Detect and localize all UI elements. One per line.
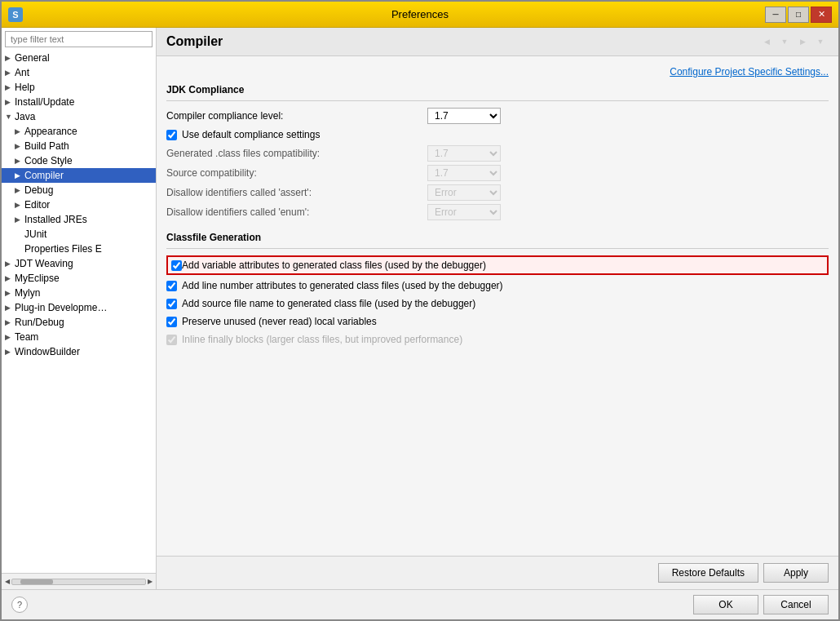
use-default-checkbox[interactable] xyxy=(166,130,177,140)
sidebar-item-mylyn[interactable]: ▶ Mylyn xyxy=(2,286,156,300)
sidebar-item-installed-jres[interactable]: ▶ Installed JREs xyxy=(2,212,156,227)
compliance-level-select[interactable]: 1.7 1.6 1.5 xyxy=(427,108,501,124)
preserve-unused-row: Preserve unused (never read) local varia… xyxy=(166,314,829,329)
compliance-level-label: Compiler compliance level: xyxy=(166,110,427,122)
sidebar-item-junit[interactable]: JUnit xyxy=(2,227,156,242)
sidebar-item-debug[interactable]: ▶ Debug xyxy=(2,183,156,197)
preferences-window: S Preferences ─ □ ✕ ▶ General ▶ Ant xyxy=(0,0,840,621)
sidebar-item-label: Debug xyxy=(24,184,153,196)
expand-arrow: ▶ xyxy=(5,348,15,356)
expand-arrow: ▶ xyxy=(5,289,15,297)
main-panel: Compiler ◀ ▼ ▶ ▼ Configure Project Speci… xyxy=(157,28,838,589)
close-button[interactable]: ✕ xyxy=(811,7,832,23)
disallow-enum-select[interactable]: Error xyxy=(427,204,501,220)
panel-content: Configure Project Specific Settings... J… xyxy=(157,56,838,556)
scrollbar-track[interactable] xyxy=(11,579,146,585)
sidebar-item-run-debug[interactable]: ▶ Run/Debug xyxy=(2,315,156,330)
sidebar-item-general[interactable]: ▶ General xyxy=(2,51,156,65)
minimize-button[interactable]: ─ xyxy=(765,7,786,23)
sidebar-item-label: Appearance xyxy=(24,126,153,137)
nav-forward-button[interactable]: ▶ xyxy=(794,34,811,49)
sidebar-item-appearance[interactable]: ▶ Appearance xyxy=(2,124,156,139)
sidebar-item-label: Mylyn xyxy=(15,287,153,299)
apply-button[interactable]: Apply xyxy=(763,563,829,583)
sidebar-item-label: Build Path xyxy=(24,140,153,152)
sidebar-item-windowbuilder[interactable]: ▶ WindowBuilder xyxy=(2,344,156,359)
nav-back-button[interactable]: ◀ xyxy=(758,34,775,49)
source-compat-select[interactable]: 1.7 xyxy=(427,165,501,181)
restore-defaults-button[interactable]: Restore Defaults xyxy=(658,563,758,583)
add-source-file-row: Add source file name to generated class … xyxy=(166,296,829,311)
sidebar-item-label: WindowBuilder xyxy=(15,346,153,357)
add-line-number-row: Add line number attributes to generated … xyxy=(166,278,829,293)
add-source-file-checkbox[interactable] xyxy=(166,299,177,309)
scroll-right-arrow[interactable]: ▶ xyxy=(148,578,153,585)
restore-button[interactable]: □ xyxy=(788,7,809,23)
panel-header: Compiler ◀ ▼ ▶ ▼ xyxy=(157,28,838,56)
sidebar-item-team[interactable]: ▶ Team xyxy=(2,330,156,344)
sidebar-item-label: JDT Weaving xyxy=(15,258,153,269)
disallow-enum-label: Disallow identifiers called 'enum': xyxy=(166,206,427,218)
sidebar-item-help[interactable]: ▶ Help xyxy=(2,80,156,95)
configure-project-settings-link[interactable]: Configure Project Specific Settings... xyxy=(166,66,829,78)
window-title: Preferences xyxy=(391,8,449,20)
nav-back-dropdown[interactable]: ▼ xyxy=(776,34,793,49)
search-input[interactable] xyxy=(5,31,153,47)
jdk-section-header: JDK Compliance xyxy=(166,84,829,95)
sidebar-item-label: Compiler xyxy=(24,170,153,181)
add-line-number-label: Add line number attributes to generated … xyxy=(182,280,503,291)
expand-arrow: ▶ xyxy=(15,215,24,224)
nav-forward-dropdown[interactable]: ▼ xyxy=(812,34,829,49)
sidebar-item-compiler[interactable]: ▶ Compiler xyxy=(2,168,156,183)
sidebar: ▶ General ▶ Ant ▶ Help ▶ Install/Update … xyxy=(2,28,157,589)
preserve-unused-label: Preserve unused (never read) local varia… xyxy=(182,316,377,327)
disallow-enum-row: Disallow identifiers called 'enum': Erro… xyxy=(166,204,829,220)
preserve-unused-checkbox[interactable] xyxy=(166,317,177,327)
sidebar-item-ant[interactable]: ▶ Ant xyxy=(2,65,156,80)
expand-arrow: ▶ xyxy=(5,318,15,326)
sidebar-item-plugin-development[interactable]: ▶ Plug-in Developme… xyxy=(2,300,156,315)
generated-class-label: Generated .class files compatibility: xyxy=(166,148,427,159)
help-icon[interactable]: ? xyxy=(11,597,28,613)
expand-arrow: ▶ xyxy=(15,157,24,165)
add-variable-attrs-checkbox[interactable] xyxy=(171,260,182,271)
sidebar-item-install-update[interactable]: ▶ Install/Update xyxy=(2,95,156,109)
sidebar-item-jdt-weaving[interactable]: ▶ JDT Weaving xyxy=(2,256,156,271)
expand-arrow: ▶ xyxy=(5,69,15,77)
inline-finally-checkbox[interactable] xyxy=(166,335,177,345)
sidebar-item-label: Install/Update xyxy=(15,96,153,108)
sidebar-item-java[interactable]: ▼ Java xyxy=(2,109,156,124)
sidebar-item-editor[interactable]: ▶ Editor xyxy=(2,197,156,212)
sidebar-item-label: MyEclipse xyxy=(15,273,153,284)
expand-arrow: ▶ xyxy=(5,98,15,106)
panel-nav: ◀ ▼ ▶ ▼ xyxy=(758,34,829,49)
expand-arrow: ▶ xyxy=(15,142,24,150)
sidebar-item-label: Run/Debug xyxy=(15,317,153,328)
expand-arrow: ▶ xyxy=(15,127,24,135)
action-bar: ? OK Cancel xyxy=(2,589,838,619)
ok-button[interactable]: OK xyxy=(693,595,758,614)
sidebar-item-code-style[interactable]: ▶ Code Style xyxy=(2,153,156,168)
use-default-label: Use default compliance settings xyxy=(182,129,320,140)
sidebar-item-properties-files[interactable]: Properties Files E xyxy=(2,242,156,256)
sidebar-item-label: Help xyxy=(15,82,153,93)
expand-arrow: ▼ xyxy=(5,113,15,121)
inline-finally-row: Inline finally blocks (larger class file… xyxy=(166,332,829,347)
sidebar-item-myeclipse[interactable]: ▶ MyEclipse xyxy=(2,271,156,286)
restore-apply-bar: Restore Defaults Apply xyxy=(157,556,838,589)
dialog-buttons: OK Cancel xyxy=(693,595,829,614)
generated-class-select[interactable]: 1.7 xyxy=(427,145,501,162)
titlebar: S Preferences ─ □ ✕ xyxy=(2,2,838,28)
cancel-button[interactable]: Cancel xyxy=(763,595,829,614)
sidebar-item-label: Team xyxy=(15,331,153,343)
sidebar-item-label: Ant xyxy=(15,67,153,78)
scroll-left-arrow[interactable]: ◀ xyxy=(5,578,10,585)
sidebar-scrollbar: ◀ ▶ xyxy=(2,573,156,589)
sidebar-item-label: Editor xyxy=(24,199,153,211)
expand-arrow: ▶ xyxy=(5,304,15,312)
generated-class-row: Generated .class files compatibility: 1.… xyxy=(166,145,829,162)
add-line-number-checkbox[interactable] xyxy=(166,281,177,291)
sidebar-item-build-path[interactable]: ▶ Build Path xyxy=(2,139,156,153)
disallow-assert-select[interactable]: Error xyxy=(427,184,501,201)
expand-arrow: ▶ xyxy=(15,201,24,209)
